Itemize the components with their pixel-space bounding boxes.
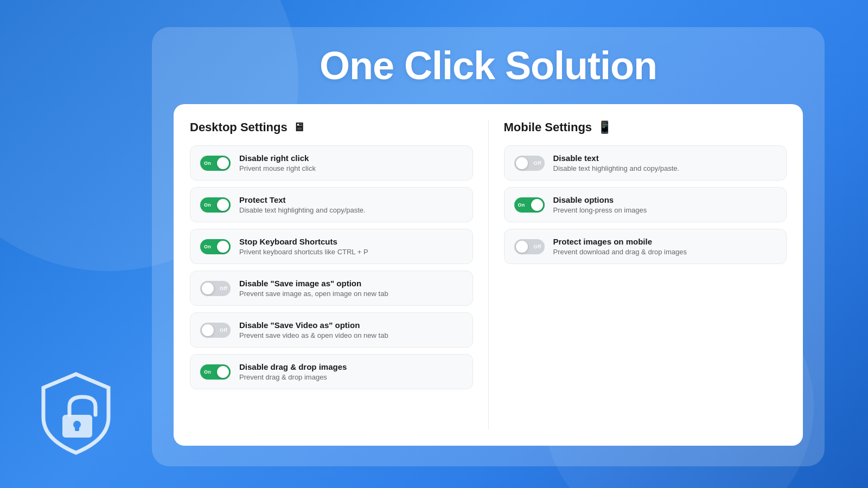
toggle-label-on: On <box>204 244 211 249</box>
toggle-disable-right-click[interactable]: On <box>200 156 231 171</box>
mobile-section-title: Mobile Settings 📱 <box>504 120 787 134</box>
column-divider <box>488 120 489 429</box>
setting-text-disable-save-image: Disable "Save image as" option Prevent s… <box>239 279 463 298</box>
toggle-disable-save-video[interactable]: Off <box>200 323 231 338</box>
toggle-label-off: Off <box>220 286 227 291</box>
svg-rect-2 <box>75 425 79 431</box>
setting-desc: Prevent save image as, open image on new… <box>239 290 463 298</box>
setting-text-disable-save-video: Disable "Save Video as" option Prevent s… <box>239 320 463 339</box>
toggle-knob <box>202 282 214 294</box>
setting-title: Disable right click <box>239 153 463 163</box>
setting-stop-keyboard: On Stop Keyboard Shortcuts Privent keybo… <box>190 229 473 264</box>
setting-protect-text: On Protect Text Disable text highlightin… <box>190 187 473 222</box>
setting-title: Protect Text <box>239 195 463 204</box>
toggle-label-off: Off <box>534 160 541 166</box>
toggle-label-on: On <box>204 202 211 208</box>
toggle-disable-drag-drop[interactable]: On <box>200 364 231 380</box>
setting-text-disable-text-mobile: Disable text Disable text highlighting a… <box>553 153 777 172</box>
toggle-label-on: On <box>518 202 525 208</box>
toggle-knob <box>531 199 543 211</box>
setting-title: Disable text <box>553 153 777 163</box>
setting-title: Disable "Save image as" option <box>239 279 463 288</box>
toggle-protect-images-mobile[interactable]: Off <box>514 239 545 254</box>
setting-desc: Privent keyboard shortcuts like CTRL + P <box>239 248 463 256</box>
desktop-column: Desktop Settings 🖥 On Disable right clic… <box>190 120 473 429</box>
toggle-label-on: On <box>204 369 211 375</box>
toggle-stop-keyboard[interactable]: On <box>200 239 231 254</box>
setting-title: Disable drag & drop images <box>239 362 463 371</box>
toggle-knob <box>202 324 214 336</box>
setting-text-protect-images-mobile: Protect images on mobile Prevent downloa… <box>553 237 777 256</box>
toggle-knob <box>217 241 229 253</box>
toggle-knob <box>217 199 229 211</box>
main-card: One Click Solution Desktop Settings 🖥 On… <box>152 27 825 466</box>
mobile-icon: 📱 <box>597 120 612 134</box>
setting-disable-right-click: On Disable right click Privent mouse rig… <box>190 145 473 181</box>
setting-text-protect-text: Protect Text Disable text highlighting a… <box>239 195 463 214</box>
setting-title: Stop Keyboard Shortcuts <box>239 237 463 246</box>
toggle-knob <box>516 241 528 253</box>
setting-text-stop-keyboard: Stop Keyboard Shortcuts Privent keyboard… <box>239 237 463 256</box>
setting-desc: Prevent long-press on images <box>553 206 777 214</box>
setting-disable-text-mobile: Off Disable text Disable text highlighti… <box>504 145 787 181</box>
settings-area: Desktop Settings 🖥 On Disable right clic… <box>174 104 803 446</box>
monitor-icon: 🖥 <box>293 120 305 134</box>
toggle-knob <box>516 157 528 169</box>
setting-title: Disable options <box>553 195 777 204</box>
toggle-disable-text-mobile[interactable]: Off <box>514 156 545 171</box>
toggle-protect-text[interactable]: On <box>200 197 231 213</box>
setting-disable-drag-drop: On Disable drag & drop images Prevent dr… <box>190 354 473 389</box>
toggle-label-on: On <box>204 160 211 166</box>
page-title: One Click Solution <box>174 43 803 88</box>
setting-text-disable-right-click: Disable right click Privent mouse right … <box>239 153 463 172</box>
setting-text-disable-options-mobile: Disable options Prevent long-press on im… <box>553 195 777 214</box>
setting-desc: Disable text highlighting and copy/paste… <box>239 206 463 214</box>
setting-text-disable-drag-drop: Disable drag & drop images Prevent drag … <box>239 362 463 381</box>
toggle-disable-options-mobile[interactable]: On <box>514 197 545 213</box>
setting-disable-save-video: Off Disable "Save Video as" option Preve… <box>190 312 473 348</box>
toggle-disable-save-image[interactable]: Off <box>200 281 231 296</box>
toggle-knob <box>217 366 229 378</box>
desktop-settings-list: On Disable right click Privent mouse rig… <box>190 145 473 389</box>
setting-desc: Disable text highlighting and copy/paste… <box>553 164 777 172</box>
toggle-label-off: Off <box>220 328 227 333</box>
toggle-label-off: Off <box>534 244 541 249</box>
setting-disable-save-image: Off Disable "Save image as" option Preve… <box>190 271 473 306</box>
mobile-settings-list: Off Disable text Disable text highlighti… <box>504 145 787 264</box>
setting-desc: Prevent drag & drop images <box>239 373 463 381</box>
setting-protect-images-mobile: Off Protect images on mobile Prevent dow… <box>504 229 787 264</box>
setting-title: Protect images on mobile <box>553 237 777 246</box>
shield-lock-icon <box>33 369 119 455</box>
setting-disable-options-mobile: On Disable options Prevent long-press on… <box>504 187 787 222</box>
toggle-knob <box>217 157 229 169</box>
setting-desc: Prevent save video as & open video on ne… <box>239 331 463 339</box>
setting-title: Disable "Save Video as" option <box>239 320 463 330</box>
mobile-column: Mobile Settings 📱 Off Disable text Disab… <box>504 120 787 429</box>
desktop-section-title: Desktop Settings 🖥 <box>190 120 473 134</box>
setting-desc: Prevent download and drag & drop images <box>553 248 777 256</box>
setting-desc: Privent mouse right click <box>239 164 463 172</box>
